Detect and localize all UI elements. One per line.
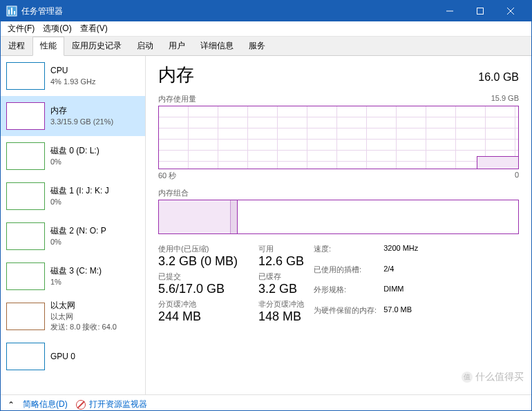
close-button[interactable]	[495, 1, 526, 21]
tab-1[interactable]: 性能	[32, 37, 64, 56]
sidebar: CPU4% 1.93 GHz内存3.3/15.9 GB (21%)磁盘 0 (D…	[1, 56, 146, 394]
sidebar-item-disk-3[interactable]: 磁盘 1 (I: J: K: J0%	[1, 176, 145, 216]
avail-label: 可用	[258, 244, 304, 254]
thumb-icon	[6, 343, 45, 370]
sidebar-item-name: GPU 0	[50, 351, 75, 363]
menu-options[interactable]: 选项(O)	[39, 21, 75, 36]
sidebar-item-name: 内存	[50, 105, 113, 117]
sidebar-item-name: 磁盘 2 (N: O: P	[50, 225, 106, 237]
cached-label: 已缓存	[258, 271, 304, 282]
tab-6[interactable]: 服务	[241, 37, 273, 55]
app-icon	[6, 6, 17, 17]
slots-label: 已使用的插槽:	[314, 265, 377, 284]
svg-rect-5	[477, 8, 484, 15]
thumb-icon	[6, 102, 45, 130]
thumb-icon	[6, 62, 45, 90]
tab-2[interactable]: 应用历史记录	[64, 37, 129, 55]
thumb-icon	[6, 142, 45, 170]
thumb-icon	[6, 182, 45, 210]
speed-value: 3200 MHz	[383, 244, 418, 263]
sidebar-item-sub: 3.3/15.9 GB (21%)	[50, 117, 113, 127]
x-right: 0	[515, 171, 519, 181]
thumb-icon	[6, 222, 45, 250]
sidebar-item-mem-1[interactable]: 内存3.3/15.9 GB (21%)	[1, 96, 145, 136]
usage-label: 内存使用量	[158, 94, 196, 104]
open-resmon-link[interactable]: 打开资源监视器	[89, 399, 147, 409]
tab-4[interactable]: 用户	[161, 37, 193, 55]
sidebar-item-eth-6[interactable]: 以太网以太网发送: 8.0 接收: 64.0	[1, 296, 145, 336]
paged-label: 分页缓冲池	[158, 299, 238, 309]
main-panel: 内存 16.0 GB 内存使用量15.9 GB 60 秒0 内存组合 使用中(已…	[146, 56, 531, 394]
memory-usage-chart	[158, 106, 519, 169]
sidebar-item-name: CPU	[50, 65, 95, 77]
svg-rect-1	[8, 10, 10, 15]
speed-label: 速度:	[314, 244, 377, 263]
usage-max: 15.9 GB	[491, 94, 519, 104]
composition-label: 内存组合	[158, 188, 189, 198]
slots-value: 2/4	[383, 265, 418, 284]
sidebar-item-disk-5[interactable]: 磁盘 3 (C: M:)1%	[1, 256, 145, 296]
page-title: 内存	[158, 63, 194, 87]
sidebar-item-name: 磁盘 1 (I: J: K: J	[50, 185, 109, 197]
total-memory: 16.0 GB	[478, 71, 519, 84]
sidebar-item-disk-2[interactable]: 磁盘 0 (D: L:)0%	[1, 136, 145, 176]
form-label: 外形规格:	[314, 285, 377, 304]
sidebar-item-sub: 0%	[50, 157, 99, 167]
sidebar-item-sub: 0%	[50, 237, 106, 247]
sidebar-item-sub: 0%	[50, 197, 109, 207]
tab-3[interactable]: 启动	[129, 37, 161, 55]
cached-value: 3.2 GB	[258, 282, 304, 296]
nonpaged-value: 148 MB	[258, 309, 304, 324]
tab-5[interactable]: 详细信息	[193, 37, 241, 55]
svg-rect-3	[14, 11, 15, 15]
sidebar-item-cpu-0[interactable]: CPU4% 1.93 GHz	[1, 56, 145, 96]
maximize-button[interactable]	[465, 1, 495, 21]
sidebar-item-name: 磁盘 0 (D: L:)	[50, 145, 99, 157]
nonpaged-label: 非分页缓冲池	[258, 299, 304, 309]
chevron-up-icon[interactable]: ⌃	[8, 400, 15, 410]
tabs: 进程性能应用历史记录启动用户详细信息服务	[1, 37, 531, 56]
commit-label: 已提交	[158, 271, 238, 282]
thumb-icon	[6, 262, 45, 290]
svg-rect-2	[11, 8, 12, 15]
sidebar-item-sub: 4% 1.93 GHz	[50, 77, 95, 87]
memory-composition-chart	[158, 200, 519, 234]
form-value: DIMM	[383, 285, 418, 304]
sidebar-item-sub: 1%	[50, 277, 102, 287]
window-title: 任务管理器	[21, 6, 435, 17]
avail-value: 12.6 GB	[258, 254, 304, 269]
sidebar-item-name: 磁盘 3 (C: M:)	[50, 265, 102, 277]
menu-view[interactable]: 查看(V)	[76, 21, 112, 36]
sidebar-item-name: 以太网	[50, 300, 117, 312]
menubar: 文件(F) 选项(O) 查看(V)	[1, 21, 531, 37]
sidebar-item-disk-4[interactable]: 磁盘 2 (N: O: P0%	[1, 216, 145, 256]
paged-value: 244 MB	[158, 309, 238, 324]
sidebar-item-gpu-7[interactable]: GPU 0	[1, 336, 145, 376]
inuse-value: 3.2 GB (0 MB)	[158, 254, 238, 269]
inuse-label: 使用中(已压缩)	[158, 244, 238, 254]
hw-label: 为硬件保留的内存:	[314, 305, 377, 325]
commit-value: 5.6/17.0 GB	[158, 282, 238, 296]
menu-file[interactable]: 文件(F)	[3, 21, 39, 36]
thumb-icon	[6, 303, 45, 330]
sidebar-item-sub: 以太网	[50, 312, 117, 322]
hw-value: 57.0 MB	[383, 305, 418, 325]
minimize-button[interactable]	[435, 1, 465, 21]
resmon-icon	[76, 400, 86, 410]
tab-0[interactable]: 进程	[1, 37, 32, 55]
fewer-details-link[interactable]: 简略信息(D)	[23, 399, 68, 410]
x-left: 60 秒	[158, 171, 176, 181]
